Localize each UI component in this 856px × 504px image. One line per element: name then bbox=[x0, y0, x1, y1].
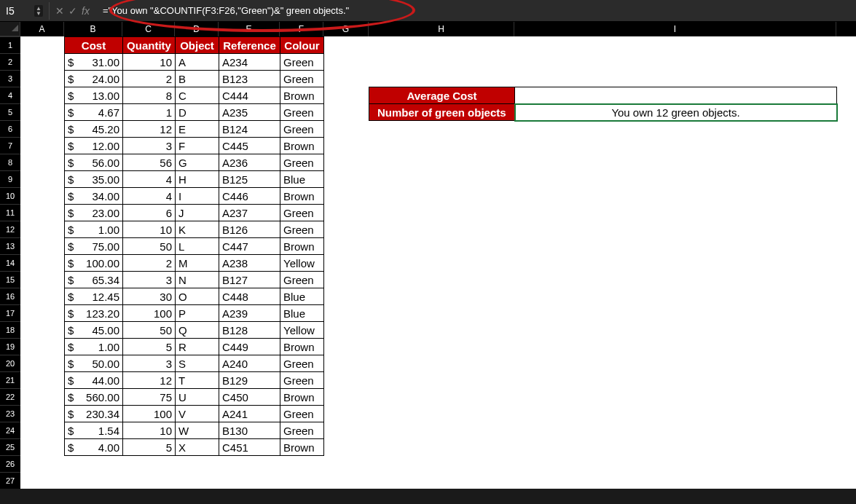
cell-colour[interactable]: Green bbox=[280, 272, 324, 288]
green-count-label[interactable]: Number of green objects bbox=[369, 104, 515, 121]
avg-cost-label[interactable]: Average Cost bbox=[369, 87, 515, 104]
cell-cost[interactable]: $23.00 bbox=[65, 205, 123, 221]
cell-quantity[interactable]: 10 bbox=[123, 221, 176, 238]
cell[interactable] bbox=[20, 288, 64, 304]
cell-object[interactable]: J bbox=[176, 205, 219, 221]
cell[interactable] bbox=[514, 53, 836, 70]
cell-reference[interactable]: B128 bbox=[219, 322, 280, 339]
cell-quantity[interactable]: 5 bbox=[123, 339, 176, 355]
cell[interactable] bbox=[20, 137, 64, 154]
row-header-7[interactable]: 7 bbox=[0, 137, 20, 154]
cell[interactable] bbox=[323, 338, 369, 355]
cell[interactable] bbox=[280, 472, 323, 489]
cell[interactable] bbox=[122, 455, 175, 472]
cell[interactable] bbox=[514, 137, 836, 154]
name-box-spinner[interactable]: ▲ ▼ bbox=[34, 5, 43, 17]
cell[interactable] bbox=[323, 254, 369, 271]
row-header-22[interactable]: 22 bbox=[0, 388, 20, 405]
cell-quantity[interactable]: 10 bbox=[123, 422, 176, 439]
cell[interactable] bbox=[323, 237, 369, 254]
cell[interactable] bbox=[514, 405, 836, 422]
cell[interactable] bbox=[323, 355, 369, 371]
cell[interactable] bbox=[369, 405, 514, 422]
cell-object[interactable]: W bbox=[176, 422, 219, 439]
row-header-8[interactable]: 8 bbox=[0, 154, 20, 170]
cell-reference[interactable]: B124 bbox=[219, 121, 280, 138]
green-count-value[interactable]: You own 12 green objects. bbox=[515, 104, 837, 121]
cell-colour[interactable]: Green bbox=[280, 71, 324, 87]
cell[interactable] bbox=[514, 288, 836, 304]
cell[interactable] bbox=[323, 53, 369, 70]
cell-cost[interactable]: $100.00 bbox=[65, 255, 123, 272]
cell-reference[interactable]: C444 bbox=[219, 87, 280, 104]
cell[interactable] bbox=[369, 472, 514, 489]
cell[interactable] bbox=[369, 70, 514, 87]
cell-quantity[interactable]: 100 bbox=[123, 305, 176, 322]
cell-reference[interactable]: C450 bbox=[219, 389, 280, 406]
cell[interactable] bbox=[514, 271, 836, 288]
cell-cost[interactable]: $35.00 bbox=[65, 171, 123, 188]
cell-quantity[interactable]: 50 bbox=[123, 238, 176, 255]
cell-colour[interactable]: Brown bbox=[280, 339, 324, 355]
cell-reference[interactable]: A240 bbox=[219, 355, 280, 372]
cell-colour[interactable]: Brown bbox=[280, 389, 324, 406]
cell[interactable] bbox=[20, 70, 64, 87]
cell[interactable] bbox=[514, 237, 836, 254]
cell-quantity[interactable]: 3 bbox=[123, 272, 176, 288]
cell-quantity[interactable]: 3 bbox=[123, 355, 176, 372]
cell[interactable] bbox=[514, 70, 836, 87]
cell-reference[interactable]: B123 bbox=[219, 71, 280, 87]
cell[interactable] bbox=[369, 371, 514, 388]
cell[interactable] bbox=[280, 455, 323, 472]
cell-colour[interactable]: Yellow bbox=[280, 322, 324, 339]
cell-quantity[interactable]: 8 bbox=[123, 87, 176, 104]
cell-quantity[interactable]: 3 bbox=[123, 138, 176, 154]
cell[interactable] bbox=[20, 103, 64, 120]
cell[interactable] bbox=[369, 455, 514, 472]
col-header-A[interactable]: A bbox=[20, 22, 64, 36]
cell-quantity[interactable]: 10 bbox=[123, 54, 176, 71]
row-header-17[interactable]: 17 bbox=[0, 304, 20, 321]
cell-cost[interactable]: $560.00 bbox=[65, 389, 123, 406]
cell-cost[interactable]: $24.00 bbox=[65, 71, 123, 87]
col-header-H[interactable]: H bbox=[369, 22, 514, 36]
cell-colour[interactable]: Green bbox=[280, 355, 324, 372]
cell[interactable] bbox=[20, 338, 64, 355]
cell[interactable] bbox=[323, 455, 369, 472]
cell[interactable] bbox=[323, 103, 369, 120]
cell-object[interactable]: X bbox=[176, 439, 219, 456]
cell-colour[interactable]: Green bbox=[280, 121, 324, 138]
cell[interactable] bbox=[369, 53, 514, 70]
cell[interactable] bbox=[514, 455, 836, 472]
cell-object[interactable]: M bbox=[176, 255, 219, 272]
cell-reference[interactable]: C447 bbox=[219, 238, 280, 255]
cell[interactable] bbox=[323, 204, 369, 221]
cell-reference[interactable]: A234 bbox=[219, 54, 280, 71]
cell-object[interactable]: Q bbox=[176, 322, 219, 339]
cell-colour[interactable]: Brown bbox=[280, 439, 324, 456]
cell-object[interactable]: K bbox=[176, 221, 219, 238]
cell-object[interactable]: N bbox=[176, 272, 219, 288]
col-header-E[interactable]: E bbox=[219, 22, 280, 36]
row-header-2[interactable]: 2 bbox=[0, 53, 20, 70]
cell-object[interactable]: A bbox=[176, 54, 219, 71]
cell[interactable] bbox=[20, 120, 64, 137]
cell-quantity[interactable]: 5 bbox=[123, 439, 176, 456]
cell[interactable] bbox=[20, 388, 64, 405]
cell[interactable] bbox=[20, 438, 64, 455]
cell-reference[interactable]: C446 bbox=[219, 188, 280, 205]
cell[interactable] bbox=[323, 371, 369, 388]
cell[interactable] bbox=[219, 472, 280, 489]
cell-colour[interactable]: Blue bbox=[280, 305, 324, 322]
cell[interactable] bbox=[369, 154, 514, 170]
cell[interactable] bbox=[369, 288, 514, 304]
cell[interactable] bbox=[323, 221, 369, 237]
cell[interactable] bbox=[514, 422, 836, 438]
cell[interactable] bbox=[323, 137, 369, 154]
cell[interactable] bbox=[369, 338, 514, 355]
cell-cost[interactable]: $4.67 bbox=[65, 104, 123, 121]
row-header-1[interactable]: 1 bbox=[0, 36, 20, 53]
cell-object[interactable]: H bbox=[176, 171, 219, 188]
row-header-10[interactable]: 10 bbox=[0, 187, 20, 204]
cell-quantity[interactable]: 12 bbox=[123, 372, 176, 389]
